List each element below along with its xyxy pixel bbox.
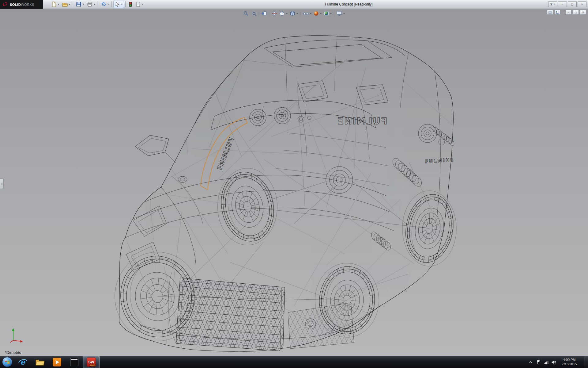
display-style-button[interactable] <box>289 10 299 17</box>
solidworks-icon-label: SW <box>88 360 94 364</box>
start-button[interactable] <box>0 356 14 368</box>
feature-manager-collapsed-tab[interactable]: ◄ <box>0 178 4 189</box>
display-style-icon <box>290 11 296 16</box>
folder-icon <box>35 358 44 366</box>
undo-icon <box>101 2 106 7</box>
new-document-button[interactable] <box>50 1 61 8</box>
view-settings-button[interactable] <box>336 10 346 17</box>
select-button[interactable] <box>113 1 124 8</box>
hide-show-items-button[interactable] <box>302 10 312 17</box>
document-minimize-button[interactable]: – <box>565 10 571 15</box>
model-wireframe[interactable]: FULMINEFULMINEFULMINE <box>0 9 588 356</box>
chevron-down-icon <box>58 4 59 5</box>
brand-bold: SOLID <box>10 3 21 6</box>
taskbar-internet-explorer[interactable]: e <box>14 356 31 368</box>
close-button[interactable]: × <box>578 1 586 7</box>
chevron-down-icon <box>330 13 332 14</box>
chevron-down-icon <box>320 13 322 14</box>
triad-axes-icon <box>9 327 24 343</box>
section-view-icon <box>272 11 277 16</box>
taskbar-media-player[interactable] <box>48 356 66 368</box>
previous-view-button[interactable] <box>261 10 268 17</box>
file-properties-button[interactable] <box>134 1 145 8</box>
view-orientation-label: *Dimetric <box>5 350 21 355</box>
svg-text:e: e <box>20 358 26 366</box>
action-center-button[interactable] <box>536 359 541 365</box>
rebuild-button[interactable] <box>127 1 134 8</box>
hide-show-glasses-icon <box>303 11 309 16</box>
taskbar-clock[interactable]: 4:00 PM 7/13/2015 <box>559 358 580 366</box>
play-icon <box>56 360 59 364</box>
system-tray: 4:00 PM 7/13/2015 <box>528 356 588 368</box>
chevron-down-icon <box>93 4 95 5</box>
apply-scene-icon <box>324 11 329 16</box>
document-close-button[interactable]: × <box>580 10 586 15</box>
zoom-to-fit-button[interactable] <box>243 10 250 17</box>
reference-triad <box>9 327 24 345</box>
chevron-down-icon <box>82 4 84 5</box>
clock-time: 4:00 PM <box>559 358 580 362</box>
help-button[interactable]: ? <box>548 1 557 7</box>
clock-date: 7/13/2015 <box>559 362 580 366</box>
edit-appearance-sphere-icon <box>314 11 319 16</box>
svg-text:FULMINE: FULMINE <box>215 136 235 172</box>
command-prompt-icon <box>70 358 78 366</box>
apply-scene-button[interactable] <box>323 10 333 17</box>
title-bar: SOLIDWORKS <box>0 0 588 9</box>
toolbar-separator <box>98 1 98 7</box>
minimize-button[interactable]: – <box>558 1 567 7</box>
undo-button[interactable] <box>100 1 110 8</box>
file-properties-icon <box>135 2 141 7</box>
print-icon <box>87 2 92 7</box>
chevron-down-icon <box>286 13 288 14</box>
help-label: ? <box>550 2 552 6</box>
document-window-controls: – □ × <box>547 10 586 15</box>
flag-icon <box>536 360 541 364</box>
edit-appearance-button[interactable] <box>313 10 322 17</box>
desktop: { "window": { "brand_bold": "SOLID", "br… <box>0 0 588 368</box>
toolbar-separator <box>111 1 112 7</box>
print-button[interactable] <box>86 1 96 8</box>
show-desktop-button[interactable] <box>584 356 588 368</box>
show-hidden-icons-button[interactable] <box>528 359 533 365</box>
windows-flag-icon <box>4 359 10 365</box>
solidworks-version-badge: 2015 <box>90 364 95 367</box>
network-status-button[interactable] <box>543 359 549 365</box>
volume-button[interactable] <box>551 359 556 365</box>
zoom-to-area-icon <box>251 11 257 16</box>
chevron-down-icon <box>553 4 555 5</box>
brand-light: WORKS <box>21 3 34 6</box>
select-cursor-icon <box>115 2 120 7</box>
maximize-button[interactable]: □ <box>568 1 577 7</box>
windows-orb-icon <box>2 357 12 367</box>
view-orientation-cube-icon <box>279 11 285 16</box>
chevron-down-icon <box>69 4 70 5</box>
internet-explorer-icon: e <box>18 358 27 367</box>
toolbar-separator <box>300 11 301 16</box>
speaker-icon <box>551 360 556 364</box>
save-button[interactable] <box>75 1 85 8</box>
toolbar-separator <box>73 1 73 7</box>
toolbar-separator <box>334 11 334 16</box>
zoom-to-fit-icon <box>243 11 249 16</box>
svg-text:FULMINE: FULMINE <box>425 157 454 165</box>
toolbar-separator <box>259 11 259 16</box>
save-floppy-icon <box>76 2 81 7</box>
media-player-icon <box>53 358 61 366</box>
open-button[interactable] <box>61 1 72 8</box>
view-orientation-button[interactable] <box>279 10 288 17</box>
document-tab-icon-1[interactable] <box>547 10 553 15</box>
toolbar-separator <box>269 11 270 16</box>
chevron-down-icon <box>142 4 144 5</box>
graphics-viewport[interactable]: FULMINEFULMINEFULMINE <box>0 9 588 356</box>
section-view-button[interactable] <box>271 10 278 17</box>
zoom-to-area-button[interactable] <box>250 10 257 17</box>
window-page-icon <box>556 10 559 14</box>
taskbar-windows-explorer[interactable] <box>31 356 48 368</box>
document-tab-icon-2[interactable] <box>554 10 560 15</box>
window-title: Fulmine Concept [Read-only] <box>300 2 398 6</box>
taskbar-command-prompt[interactable] <box>66 356 83 368</box>
taskbar-solidworks-2015[interactable]: SW 2015 <box>83 356 100 368</box>
document-restore-button[interactable]: □ <box>573 10 579 15</box>
view-settings-monitor-icon <box>337 11 342 16</box>
